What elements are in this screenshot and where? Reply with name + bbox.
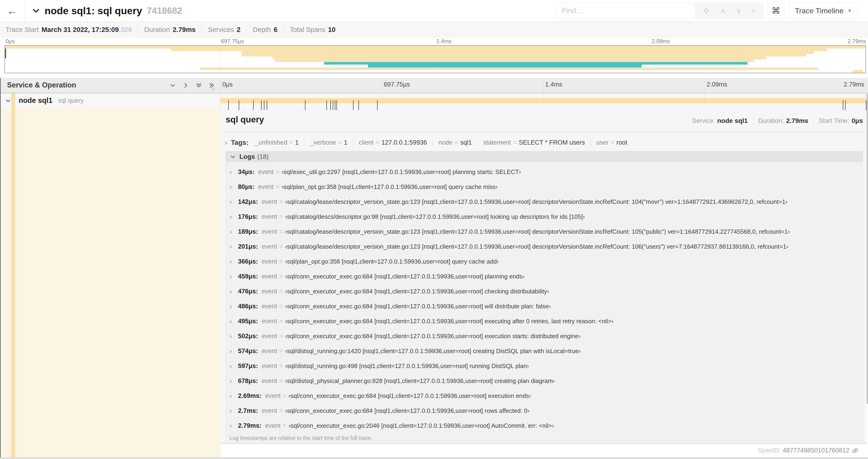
chevron-right-icon[interactable]: › <box>229 228 235 235</box>
minimap-span-bar <box>242 54 806 57</box>
log-row[interactable]: ›366μs:event=‹sql/plan_opt.go:358 [nsql1… <box>226 254 863 269</box>
log-row[interactable]: ›476μs:event=‹sql/conn_executor_exec.go:… <box>226 284 863 299</box>
log-row[interactable]: ›80μs:event=‹sql/plan_opt.go:358 [nsql1,… <box>226 179 863 194</box>
collapse-trace-icon[interactable] <box>31 6 40 15</box>
log-message: ‹sql/plan_opt.go:358 [nsql1,client=127.0… <box>281 183 497 191</box>
vertical-scrollbar[interactable] <box>867 94 868 404</box>
log-row[interactable]: ›189μs:event=‹sql/catalog/lease/descript… <box>226 224 863 239</box>
log-timestamp: 678μs: <box>238 378 258 385</box>
chevron-right-icon[interactable]: › <box>229 318 235 325</box>
log-row[interactable]: ›597μs:event=‹sql/distsql_running.go:498… <box>226 358 863 373</box>
find-icon-group: ∧ ∨ × <box>695 3 763 19</box>
expand-one-icon[interactable] <box>183 82 189 89</box>
tags-row[interactable]: › Tags: _unfinished=1_verbose=1client=12… <box>225 137 627 148</box>
minimap-span-bar <box>852 70 863 73</box>
find-next-icon[interactable]: ∨ <box>736 7 741 14</box>
log-row[interactable]: ›495μs:event=‹sql/conn_executor_exec.go:… <box>226 314 863 329</box>
find-clear-icon[interactable]: × <box>751 7 755 14</box>
chevron-right-icon[interactable]: › <box>229 198 235 205</box>
log-row[interactable]: ›574μs:event=‹sql/distsql_running.go:142… <box>226 343 863 358</box>
tag-client: client=127.0.0.1:59936 <box>359 139 427 146</box>
log-timestamp: 597μs: <box>238 362 258 370</box>
span-row-node-sql1[interactable]: node sql1 sql query <box>0 93 868 108</box>
chevron-right-icon[interactable]: › <box>225 139 227 146</box>
ruler-tick-label: 1.4ms <box>545 81 563 88</box>
trace-minimap[interactable] <box>4 45 866 73</box>
log-message: ‹sql/distsql_running.go:498 [nsql1,clien… <box>285 362 529 370</box>
meta-label: Duration: <box>758 117 784 125</box>
log-row[interactable]: ›502μs:event=‹sql/conn_executor_exec.go:… <box>226 329 863 343</box>
log-row[interactable]: ›2.79ms:event=‹sql/conn_executor_exec.go… <box>226 418 863 433</box>
log-row[interactable]: ›486μs:event=‹sql/conn_executor_exec.go:… <box>226 299 863 314</box>
trace-stat-total-spans: Total Spans10 <box>290 26 336 34</box>
chevron-right-icon[interactable]: › <box>229 288 235 295</box>
log-message: ‹sql/conn_executor_exec.go:684 [nsql1,cl… <box>285 288 549 295</box>
log-message: ‹sql/conn_executor_exec.go:684 [nsql1,cl… <box>288 392 531 399</box>
chevron-right-icon[interactable]: › <box>229 168 235 175</box>
log-row[interactable]: ›34μs:event=‹sql/exec_util.go:2297 [nsql… <box>226 164 863 179</box>
minimap-span-bar <box>368 65 642 67</box>
logs-header[interactable]: Logs (18) <box>226 151 863 162</box>
chevron-right-icon[interactable]: › <box>229 378 235 384</box>
column-resize-handle[interactable] <box>212 87 214 91</box>
span-name-group: node sql1 sql query <box>19 93 84 108</box>
span-detail-title: sql query <box>226 115 264 125</box>
log-message: ‹sql/conn_executor_exec.go:684 [nsql1,cl… <box>285 333 580 340</box>
chevron-right-icon[interactable]: › <box>229 273 235 280</box>
bottom-band <box>0 457 868 459</box>
find-input[interactable] <box>556 3 695 19</box>
detail-row-indent-area <box>0 108 220 459</box>
chevron-right-icon[interactable]: › <box>229 303 235 310</box>
ruler-tick-label: 0μs <box>222 81 232 88</box>
trace-view-dropdown[interactable]: Trace Timeline ▼ <box>789 3 858 19</box>
collapse-all-icon[interactable] <box>195 82 202 89</box>
span-collapse-icon[interactable] <box>5 98 11 104</box>
log-message: ‹sql/catalog/lease/descriptor_version_st… <box>285 198 787 205</box>
log-row[interactable]: ›678μs:event=‹sql/distsql_physical_plann… <box>226 373 863 388</box>
log-row[interactable]: ›459μs:event=‹sql/conn_executor_exec.go:… <box>226 269 863 284</box>
log-row[interactable]: ›142μs:event=‹sql/catalog/lease/descript… <box>226 194 863 209</box>
chevron-right-icon[interactable]: › <box>229 348 235 355</box>
timeline-header: Service & Operation 0μs697.75μs1.4ms2.09… <box>0 78 868 93</box>
log-marker-tick <box>335 100 335 110</box>
chevron-right-icon[interactable]: › <box>229 213 235 220</box>
log-timestamp: 486μs: <box>238 303 258 310</box>
minimap-span-bar <box>273 57 767 59</box>
meta-value: 0μs <box>852 117 863 125</box>
trace-stat-services: Services2 <box>208 26 240 34</box>
tag-statement: statement=SELECT * FROM users <box>483 139 585 146</box>
span-operation-name: sql query <box>58 97 84 104</box>
trace-page-header: ← node sql1: sql query 7418682 ∧ ∨ × ⌘ T… <box>0 0 868 22</box>
chevron-right-icon[interactable]: › <box>229 407 235 414</box>
log-row[interactable]: ›176μs:event=‹sql/catalog/descs/descript… <box>226 209 863 224</box>
logs-count: (18) <box>257 153 269 160</box>
back-button[interactable]: ← <box>0 0 25 22</box>
chevron-right-icon[interactable]: › <box>229 422 235 429</box>
chevron-right-icon[interactable]: › <box>229 392 235 399</box>
chevron-right-icon[interactable]: › <box>229 362 235 369</box>
chevron-right-icon[interactable]: › <box>229 333 235 339</box>
chevron-right-icon[interactable]: › <box>229 258 235 265</box>
locate-icon[interactable] <box>703 7 710 14</box>
link-icon[interactable] <box>852 447 859 454</box>
find-prev-icon[interactable]: ∧ <box>720 7 726 14</box>
ruler-tick-label: 2.79ms <box>843 81 864 88</box>
tag-separator <box>433 139 433 146</box>
log-timestamp: 2.79ms: <box>238 422 261 429</box>
log-message: ‹sql/distsql_physical_planner.go:828 [ns… <box>285 378 555 385</box>
tag-user: user=root <box>596 139 627 146</box>
log-row[interactable]: ›201μs:event=‹sql/catalog/lease/descript… <box>226 239 863 254</box>
log-row[interactable]: ›2.69ms:event=‹sql/conn_executor_exec.go… <box>226 388 863 403</box>
trace-stats-bar: Trace StartMarch 31 2022, 17:25:09.326Du… <box>0 22 868 38</box>
chevron-right-icon[interactable]: › <box>229 183 235 190</box>
chevron-right-icon[interactable]: › <box>229 243 235 250</box>
trace-stat-duration: Duration2.79ms <box>144 26 195 34</box>
span-detail-panel: sql query Service:node sql1Duration:2.79… <box>220 108 866 444</box>
log-marker-tick <box>866 100 866 110</box>
log-timestamp: 189μs: <box>238 228 258 235</box>
collapse-one-icon[interactable] <box>169 82 176 89</box>
keyboard-shortcuts-button[interactable]: ⌘ <box>767 3 785 19</box>
log-row[interactable]: ›2.7ms:event=‹sql/conn_executor_exec.go:… <box>226 403 863 418</box>
stat-separator <box>202 26 202 34</box>
tags-label: Tags: <box>231 139 248 146</box>
